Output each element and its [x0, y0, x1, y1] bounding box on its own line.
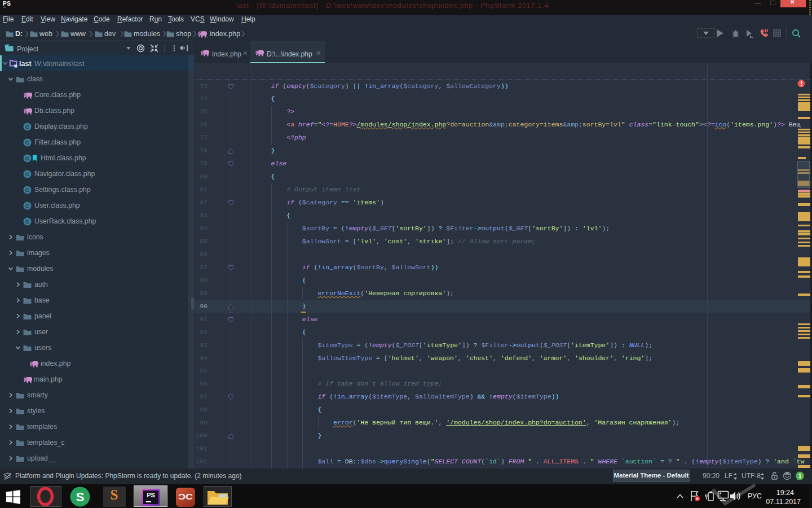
svg-text:C: C [25, 155, 29, 161]
svg-text:S: S [76, 490, 85, 504]
svg-text:C: C [25, 171, 29, 177]
svg-text:C: C [25, 187, 29, 193]
svg-text:C: C [25, 124, 29, 130]
svg-text:C: C [25, 139, 29, 146]
svg-text:C: C [25, 218, 29, 225]
svg-text:C: C [25, 203, 29, 209]
svg-text:1: 1 [798, 472, 801, 479]
